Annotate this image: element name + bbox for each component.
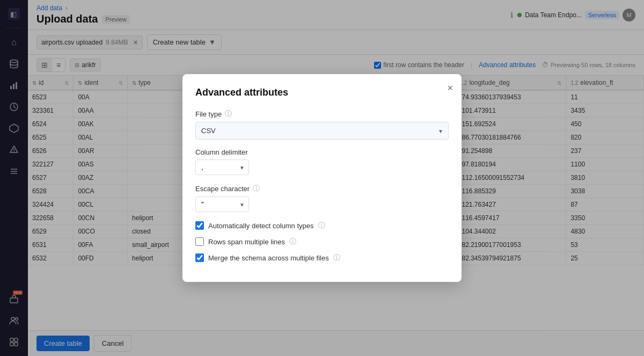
auto-detect-help-icon[interactable]: ⓘ (318, 221, 325, 230)
escape-char-section: Escape character ⓘ " \ (195, 184, 449, 212)
rows-span-help-icon[interactable]: ⓘ (289, 237, 296, 246)
rows-span-checkbox[interactable] (195, 237, 204, 246)
auto-detect-label: Automatically detect column types (208, 222, 314, 230)
col-delimiter-select-wrap: , ; Tab (195, 159, 249, 175)
modal-close-button[interactable]: × (447, 83, 453, 94)
modal-overlay[interactable]: Advanced attributes × File type ⓘ CSV Co… (0, 0, 644, 356)
merge-schema-checkbox[interactable] (195, 253, 204, 262)
advanced-attributes-modal: Advanced attributes × File type ⓘ CSV Co… (182, 74, 462, 282)
column-delimiter-section: Column delimiter , ; Tab (195, 148, 449, 175)
col-delimiter-label: Column delimiter (195, 148, 449, 156)
escape-char-label-text: Escape character (195, 185, 250, 193)
modal-title: Advanced attributes (195, 87, 449, 98)
auto-detect-checkbox[interactable] (195, 221, 204, 230)
file-type-label: File type ⓘ (195, 109, 449, 119)
rows-span-label: Rows span multiple lines (208, 238, 285, 246)
file-type-select-wrap: CSV (195, 122, 449, 140)
col-delimiter-select[interactable]: , ; Tab (195, 159, 249, 175)
escape-char-help-icon[interactable]: ⓘ (253, 184, 260, 193)
file-type-label-text: File type (195, 110, 222, 118)
file-type-section: File type ⓘ CSV (195, 109, 449, 140)
escape-char-label: Escape character ⓘ (195, 184, 449, 193)
merge-schema-help-icon[interactable]: ⓘ (333, 253, 340, 263)
merge-schema-label: Merge the schema across multiple files (208, 254, 329, 262)
rows-span-row: Rows span multiple lines ⓘ (195, 237, 449, 246)
col-delimiter-label-text: Column delimiter (195, 148, 248, 156)
file-type-select[interactable]: CSV (195, 122, 449, 140)
file-type-help-icon[interactable]: ⓘ (225, 109, 232, 119)
auto-detect-row: Automatically detect column types ⓘ (195, 221, 449, 230)
escape-char-select[interactable]: " \ (195, 197, 249, 212)
merge-schema-row: Merge the schema across multiple files ⓘ (195, 253, 449, 263)
escape-char-select-wrap: " \ (195, 197, 249, 212)
